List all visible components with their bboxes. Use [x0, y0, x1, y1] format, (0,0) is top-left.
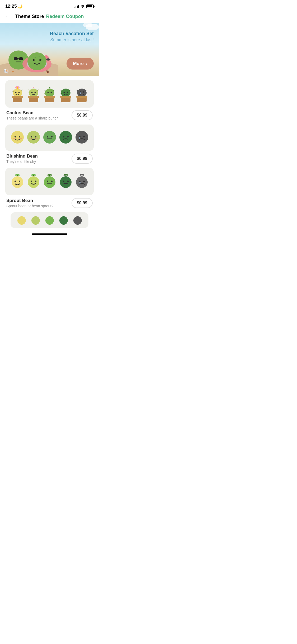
- svg-rect-3: [19, 57, 23, 60]
- cactus-bean-strip[interactable]: [5, 80, 94, 108]
- back-button[interactable]: ←: [5, 13, 11, 20]
- more-button[interactable]: More ›: [67, 58, 94, 70]
- blushing-variant-4: [58, 130, 73, 146]
- svg-point-94: [47, 181, 48, 182]
- sprout-bean-price-button[interactable]: $0.99: [72, 198, 93, 208]
- blushing-bean-text: Blushing Bean They're a little shy: [6, 154, 72, 164]
- svg-point-82: [15, 181, 16, 182]
- cactus-bean-info: Cactus Bean These beans are a sharp bunc…: [5, 110, 94, 120]
- svg-point-50: [67, 92, 68, 93]
- promo-banner: 🐚 ✦ 🐌 Beach Vacation Set Summer is here …: [0, 23, 99, 76]
- svg-line-47: [69, 90, 71, 91]
- svg-point-95: [51, 181, 53, 182]
- svg-point-109: [79, 182, 81, 184]
- blushing-bean-price-button[interactable]: $0.99: [72, 154, 93, 164]
- svg-text:🐌: 🐌: [45, 70, 50, 74]
- svg-point-12: [33, 59, 35, 61]
- sprout-variant-5: [74, 173, 89, 190]
- banner-text: Beach Vacation Set Summer is here at las…: [50, 31, 94, 42]
- sprout-bean-info: Sprout Bean Sprout bean or bean sprout? …: [5, 198, 94, 208]
- status-bar: 12:25 🌙: [0, 0, 99, 11]
- sprout-variant-3: [42, 173, 57, 190]
- moon-icon: 🌙: [18, 4, 22, 8]
- svg-text:✦: ✦: [11, 70, 15, 74]
- svg-line-32: [28, 90, 29, 91]
- svg-point-108: [83, 181, 85, 182]
- product-cactus-bean: Cactus Bean These beans are a sharp bunc…: [5, 80, 94, 120]
- svg-line-33: [37, 90, 39, 91]
- svg-point-65: [29, 138, 32, 139]
- blushing-bean-strip[interactable]: [5, 125, 94, 151]
- sprout-variant-1: [10, 173, 25, 190]
- svg-line-40: [53, 90, 55, 91]
- svg-point-37: [49, 87, 50, 89]
- svg-point-64: [35, 136, 36, 137]
- svg-point-83: [19, 181, 20, 182]
- partial-product-preview: [11, 212, 88, 228]
- cactus-bean-text: Cactus Bean These beans are a sharp bunc…: [6, 110, 72, 120]
- svg-point-71: [59, 131, 72, 144]
- svg-point-111: [31, 216, 40, 225]
- svg-point-106: [76, 176, 88, 188]
- svg-point-57: [11, 131, 24, 144]
- svg-point-62: [27, 131, 40, 144]
- blushing-bean-name: Blushing Bean: [6, 154, 72, 159]
- blushing-variant-3: [42, 130, 57, 146]
- sprout-variant-2: [26, 173, 41, 190]
- svg-point-43: [50, 92, 52, 93]
- svg-point-63: [31, 136, 32, 137]
- banner-title: Beach Vacation Set: [50, 31, 94, 36]
- svg-point-101: [63, 181, 64, 182]
- svg-point-81: [12, 176, 23, 188]
- sprout-bean-desc: Sprout bean or bean sprout?: [6, 204, 72, 208]
- home-indicator: [32, 233, 67, 235]
- blushing-bean-info: Blushing Bean They're a little shy $0.99: [5, 154, 94, 164]
- svg-line-52: [76, 90, 78, 91]
- svg-point-60: [13, 138, 16, 139]
- svg-point-72: [63, 136, 64, 137]
- sprout-bean-strip[interactable]: [5, 168, 94, 195]
- svg-line-46: [60, 90, 62, 91]
- svg-point-15: [39, 56, 40, 57]
- svg-point-68: [47, 136, 48, 137]
- sprout-variant-4: [58, 173, 73, 190]
- page-title: Theme Store: [15, 14, 44, 19]
- svg-point-100: [60, 176, 72, 188]
- cactus-pot-5: [77, 97, 87, 102]
- svg-point-110: [17, 216, 26, 225]
- svg-point-10: [46, 58, 50, 61]
- beach-scene: 🐚 ✦ 🐌: [0, 34, 58, 76]
- svg-point-73: [67, 136, 69, 137]
- svg-point-89: [35, 181, 36, 182]
- svg-text:🐚: 🐚: [3, 68, 9, 74]
- svg-point-55: [83, 91, 84, 93]
- svg-point-102: [67, 181, 69, 182]
- cactus-bean-name: Cactus Bean: [6, 110, 72, 116]
- cactus-bean-desc: These beans are a sharp bunch: [6, 116, 72, 120]
- cloud-decoration-2: [83, 23, 92, 27]
- cactus-variant-1: [11, 85, 24, 102]
- products-list: Cactus Bean These beans are a sharp bunc…: [0, 80, 99, 228]
- svg-point-29: [18, 92, 20, 93]
- battery-icon: [86, 4, 94, 8]
- cactus-bean-price-button[interactable]: $0.99: [72, 110, 93, 120]
- svg-point-77: [79, 137, 80, 139]
- svg-point-16: [41, 59, 42, 60]
- status-icons: [74, 4, 94, 8]
- blushing-variant-1: [10, 130, 25, 146]
- status-time: 12:25: [5, 4, 17, 9]
- product-sprout-bean: Sprout Bean Sprout bean or bean sprout? …: [5, 168, 94, 208]
- cactus-pot-3: [45, 97, 54, 102]
- nav-header: ← Theme Store Redeem Coupon: [0, 11, 99, 23]
- svg-point-56: [80, 92, 81, 94]
- redeem-coupon-button[interactable]: Redeem Coupon: [46, 14, 84, 19]
- svg-line-27: [21, 90, 22, 91]
- wifi-icon: [81, 5, 85, 8]
- svg-line-53: [86, 90, 87, 91]
- svg-point-14: [35, 57, 36, 58]
- svg-point-114: [73, 216, 82, 225]
- sprout-bean-text: Sprout Bean Sprout bean or bean sprout?: [6, 198, 72, 208]
- cactus-pot-4: [61, 97, 70, 102]
- svg-point-66: [35, 138, 38, 139]
- blushing-variant-2: [26, 130, 41, 146]
